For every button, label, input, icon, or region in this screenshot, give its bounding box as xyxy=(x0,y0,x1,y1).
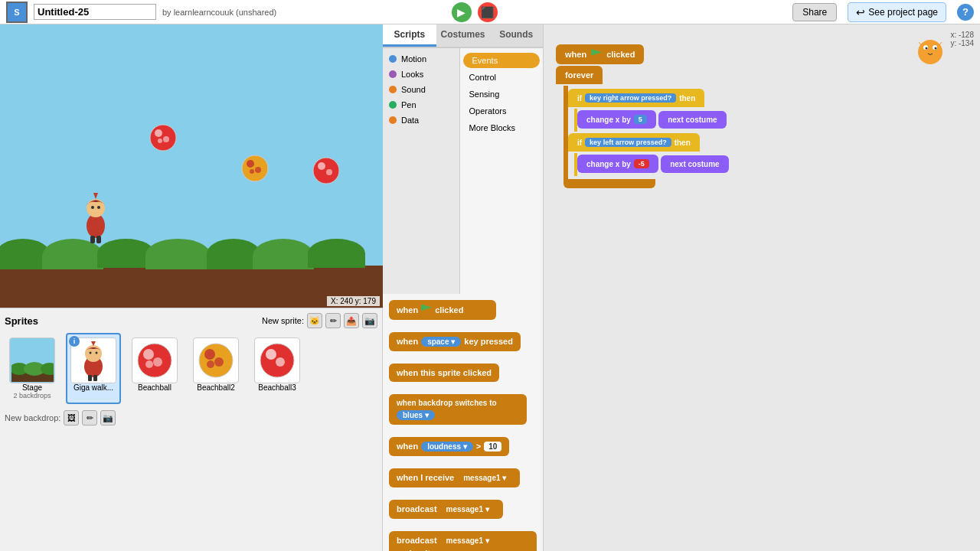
main-area: X: 240 y: 179 Sprites New sprite: 🐱 ✏ 📤 … xyxy=(0,24,980,551)
svg-rect-5 xyxy=(96,236,101,243)
script-flag-icon xyxy=(591,49,602,60)
broadcast-wait-msg-selector[interactable]: message1 ▾ xyxy=(440,536,495,546)
subcat-operators[interactable]: Operators xyxy=(463,103,540,119)
share-button[interactable]: Share xyxy=(792,3,837,21)
project-page-icon: ↩ xyxy=(856,6,865,18)
category-sound-label: Sound xyxy=(401,85,426,94)
script-if-left[interactable]: if key left arrow pressed? then xyxy=(568,133,700,152)
category-motion-label: Motion xyxy=(401,54,426,64)
val-neg5: -5 xyxy=(634,159,649,168)
script-next-costume-2[interactable]: next costume xyxy=(661,155,728,173)
svg-rect-26 xyxy=(88,375,92,381)
sprite-item-beachball3[interactable]: Beachball3 xyxy=(250,333,305,404)
svg-point-11 xyxy=(247,160,254,168)
script-if-right[interactable]: if key right arrow pressed? then xyxy=(568,89,704,107)
category-data-label: Data xyxy=(401,116,419,125)
y-coord: y: -134 xyxy=(950,39,974,47)
sprite-thumb-beachball xyxy=(132,337,178,383)
script-change-x-neg5[interactable]: change x by -5 xyxy=(577,155,658,173)
tab-scripts[interactable]: Scripts xyxy=(383,24,436,47)
backdrop-selector[interactable]: blues ▾ xyxy=(397,410,435,420)
stage-canvas[interactable]: X: 240 y: 179 xyxy=(0,24,383,308)
loudness-selector[interactable]: loudness ▾ xyxy=(421,442,473,452)
block-when-clicked[interactable]: when clicked xyxy=(389,300,496,320)
paint-backdrop-button[interactable]: ✏ xyxy=(82,410,97,425)
camera-backdrop-button[interactable]: 📷 xyxy=(100,410,116,425)
block-subcategories: Events Control Sensing Operators More Bl… xyxy=(459,48,543,294)
draw-sprite-button[interactable]: ✏ xyxy=(325,313,341,328)
svg-point-15 xyxy=(318,162,325,170)
svg-point-42 xyxy=(926,47,928,50)
sprite-item-stage[interactable]: Stage 2 backdrops xyxy=(5,333,60,404)
category-looks-label: Looks xyxy=(401,70,423,79)
stop-button[interactable]: ⬛ xyxy=(478,2,498,22)
stage-coords: X: 240 y: 179 xyxy=(327,296,380,306)
x-coord: x: -128 xyxy=(950,31,974,39)
block-when-receive[interactable]: when I receive message1 ▾ xyxy=(389,468,520,487)
svg-point-14 xyxy=(313,158,339,184)
script-forever[interactable]: forever xyxy=(556,66,603,84)
category-pen[interactable]: Pen xyxy=(383,97,459,112)
svg-point-29 xyxy=(143,349,154,360)
block-categories: Motion Looks Sound Pen Data xyxy=(383,48,459,294)
block-when-sprite-clicked[interactable]: when this sprite clicked xyxy=(389,364,499,382)
surprise-sprite-button[interactable]: 📤 xyxy=(344,313,359,328)
sprite-item-beachball2[interactable]: Beachball2 xyxy=(188,333,243,404)
sprite-list: Stage 2 backdrops i xyxy=(5,333,377,404)
beachball-sprite-3 xyxy=(312,157,340,184)
receive-msg-selector[interactable]: message1 ▾ xyxy=(457,473,512,483)
top-bar: S Untitled-25 by learnlearncouuk (unshar… xyxy=(0,0,980,24)
sprite-item-giga[interactable]: i Giga walk... xyxy=(66,333,121,404)
loudness-value[interactable]: 10 xyxy=(484,442,501,452)
project-page-button[interactable]: ↩ See project page xyxy=(848,2,946,22)
block-when-key-pressed[interactable]: when space ▾ key pressed xyxy=(389,332,521,351)
help-button[interactable]: ? xyxy=(957,4,974,21)
block-when-backdrop[interactable]: when backdrop switches to blues ▾ xyxy=(389,394,527,425)
character-sprite xyxy=(77,191,115,245)
sprite-info-badge: i xyxy=(69,336,80,347)
paint-sprite-button[interactable]: 🐱 xyxy=(307,313,322,328)
category-looks[interactable]: Looks xyxy=(383,67,459,82)
flag-icon-block xyxy=(421,305,432,315)
right-panel: x: -128 y: -134 when clicked forever xyxy=(544,24,980,551)
sprite-name-giga: Giga walk... xyxy=(74,383,113,392)
sprite-name-beachball2: Beachball2 xyxy=(197,383,234,392)
category-sound[interactable]: Sound xyxy=(383,82,459,97)
key-space-selector[interactable]: space ▾ xyxy=(421,337,461,347)
upload-sprite-button[interactable]: 📷 xyxy=(362,313,377,328)
svg-rect-4 xyxy=(90,236,95,243)
key-right-cond: key right arrow pressed? xyxy=(585,93,676,103)
svg-point-34 xyxy=(214,357,224,367)
svg-point-6 xyxy=(150,125,176,151)
sprite-item-beachball[interactable]: Beachball xyxy=(127,333,182,404)
tab-sounds[interactable]: Sounds xyxy=(489,24,543,47)
categories-row: Motion Looks Sound Pen Data xyxy=(383,48,543,294)
tab-costumes[interactable]: Costumes xyxy=(436,24,490,47)
category-motion[interactable]: Motion xyxy=(383,51,459,67)
svg-point-38 xyxy=(276,357,285,367)
subcat-events[interactable]: Events xyxy=(463,53,540,68)
script-when-clicked[interactable]: when clicked xyxy=(556,44,644,64)
subcat-sensing[interactable]: Sensing xyxy=(463,86,540,102)
block-when-loudness[interactable]: when loudness ▾ > 10 xyxy=(389,437,509,456)
svg-point-30 xyxy=(153,357,162,367)
sprite-thumb-beachball2 xyxy=(193,337,239,383)
category-data[interactable]: Data xyxy=(383,112,459,128)
broadcast-msg-selector[interactable]: message1 ▾ xyxy=(440,504,495,514)
script-change-x-5[interactable]: change x by 5 xyxy=(577,110,656,129)
run-button[interactable]: ▶ xyxy=(452,2,472,22)
svg-point-9 xyxy=(158,139,162,143)
svg-point-8 xyxy=(163,136,169,142)
block-broadcast[interactable]: broadcast message1 ▾ xyxy=(389,500,503,519)
project-page-label: See project page xyxy=(868,7,938,18)
block-broadcast-wait[interactable]: broadcast message1 ▾ and wait xyxy=(389,531,537,552)
svg-point-16 xyxy=(326,169,332,175)
new-sprite-label: New sprite: xyxy=(262,316,304,325)
upload-backdrop-button[interactable]: 🖼 xyxy=(64,410,79,425)
svg-point-7 xyxy=(155,129,162,137)
sprite-name-beachball: Beachball xyxy=(138,383,172,392)
project-title[interactable]: Untitled-25 xyxy=(34,4,156,20)
subcat-more-blocks[interactable]: More Blocks xyxy=(463,120,540,135)
script-next-costume-1[interactable]: next costume xyxy=(658,111,726,129)
subcat-control[interactable]: Control xyxy=(463,70,540,85)
